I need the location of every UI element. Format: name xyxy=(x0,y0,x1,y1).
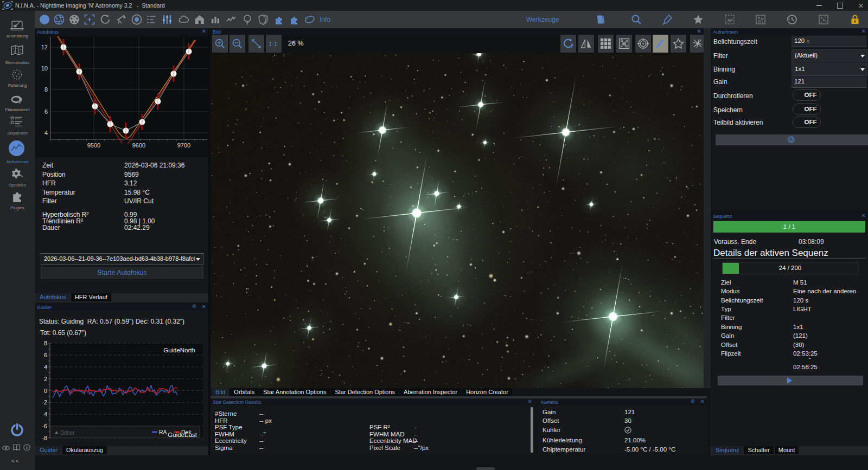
svg-text:-2: -2 xyxy=(42,399,47,405)
svg-text:GuideEast: GuideEast xyxy=(168,432,197,438)
svg-text:6: 6 xyxy=(44,108,48,115)
svg-text:9500: 9500 xyxy=(87,142,100,149)
svg-text:AF: AF xyxy=(727,18,733,23)
svg-text:-6: -6 xyxy=(42,423,47,429)
svg-text:-8: -8 xyxy=(42,435,47,441)
svg-text:GuideNorth: GuideNorth xyxy=(163,347,195,353)
svg-text:0: 0 xyxy=(44,388,47,394)
svg-text:4: 4 xyxy=(44,364,47,370)
svg-text:Dither: Dither xyxy=(60,430,75,436)
svg-text:8: 8 xyxy=(44,340,47,346)
svg-text:9700: 9700 xyxy=(177,142,190,149)
svg-text:RA: RA xyxy=(159,429,167,435)
svg-text:12: 12 xyxy=(41,44,48,50)
svg-text:10: 10 xyxy=(41,65,48,72)
svg-text:4: 4 xyxy=(44,130,48,136)
svg-text:8: 8 xyxy=(44,86,48,93)
svg-text:6: 6 xyxy=(44,352,47,358)
svg-text:2: 2 xyxy=(44,376,47,382)
svg-text:1:1: 1:1 xyxy=(269,41,277,47)
svg-text:9600: 9600 xyxy=(132,142,145,149)
svg-text:-4: -4 xyxy=(42,411,47,417)
